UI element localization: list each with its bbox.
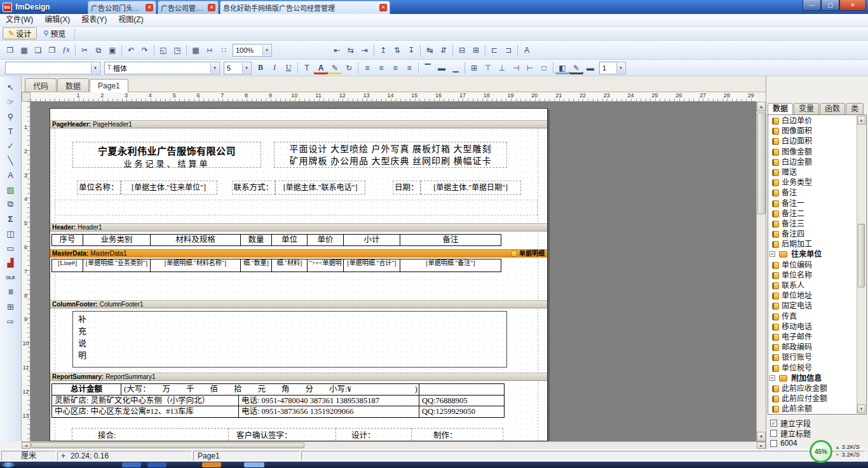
store-address[interactable]: 中心区店: 中心区东龙公寓#12、#13车库 <box>51 406 239 418</box>
send-back-button[interactable]: ◳ <box>170 44 184 57</box>
field-item[interactable]: 固定电话 <box>769 301 857 311</box>
same-width-button[interactable]: ⊏ <box>487 44 501 57</box>
picture-tool[interactable]: ▨ <box>3 182 18 196</box>
group-item-extra[interactable]: 附加信息 <box>769 373 857 383</box>
tab-page1[interactable]: Page1 <box>90 79 128 92</box>
close-button[interactable]: ✕ <box>839 0 866 11</box>
field-expression[interactable]: [单据主体."单据日期"] <box>421 181 521 195</box>
border-none-button[interactable]: □ <box>537 62 551 74</box>
field-item[interactable]: 备注一 <box>769 198 857 209</box>
store-phone[interactable]: 电话: 0951-4780040 387361 13895385187 <box>238 395 419 407</box>
rotate-text-button[interactable]: ↻ <box>342 62 356 74</box>
line-color-button[interactable]: ✎ <box>569 62 583 74</box>
taskbar-item[interactable] <box>244 462 264 467</box>
separator[interactable] <box>551 62 555 74</box>
data-field[interactable]: [单据明细."合计"] <box>343 259 400 272</box>
richtext-tool[interactable]: A <box>3 168 18 182</box>
sum-tool[interactable]: Σ <box>3 212 18 226</box>
field-item[interactable]: 传真 <box>769 312 857 322</box>
data-field[interactable]: [单据明细."业务类别"] <box>83 259 151 272</box>
align-text-center-button[interactable]: ≡ <box>374 62 388 74</box>
tab-close-icon[interactable]: ✕ <box>208 4 215 11</box>
company-title-object[interactable]: 宁夏永利伟业广告服饰有限公司 业务记录、结算单 <box>72 142 261 168</box>
line-width-select[interactable]: 1 <box>599 62 626 74</box>
field-item[interactable]: 联系人 <box>769 280 857 291</box>
canvas-horizontal-scrollbar[interactable]: ◄ ► <box>22 441 766 449</box>
separator[interactable] <box>483 45 487 56</box>
bold-button[interactable]: B <box>254 62 268 74</box>
border-left-button[interactable]: ⊣ <box>509 62 523 74</box>
checkbox[interactable] <box>770 440 777 447</box>
separator[interactable] <box>152 45 156 56</box>
field-item[interactable]: 赠送 <box>769 167 857 177</box>
separator[interactable] <box>451 45 455 56</box>
column-header[interactable]: 序号 <box>51 234 83 246</box>
border-right-button[interactable]: ⊢ <box>523 62 537 74</box>
separator[interactable] <box>463 62 467 74</box>
field-item[interactable]: 移动电话 <box>769 322 857 332</box>
data-field[interactable]: 细."材料] <box>271 259 308 272</box>
tab-preview[interactable]: ⚲ 预览 <box>38 27 71 39</box>
checkbox-item[interactable]: ✓建立字段 <box>770 418 865 428</box>
field-label[interactable]: 单位名称： <box>77 181 121 195</box>
field-item[interactable]: 业务类型 <box>769 177 857 188</box>
background-tab[interactable]: 息化好助手网络版广告公司经营管理✕ <box>220 1 390 14</box>
field-item[interactable]: 银行账号 <box>769 352 857 362</box>
underline-button[interactable]: U <box>281 62 295 74</box>
font-tool-button[interactable]: A <box>520 44 534 57</box>
field-item[interactable]: 白边单价 <box>769 116 857 126</box>
separator[interactable] <box>119 45 124 56</box>
signature-cell[interactable]: 设计： <box>336 428 412 441</box>
align-text-justify-button[interactable]: ≡ <box>402 62 416 74</box>
align-right-button[interactable]: ⇥ <box>358 44 372 57</box>
undo-button[interactable]: ↶ <box>124 44 138 57</box>
field-item[interactable]: 单位编码 <box>769 260 857 270</box>
separator[interactable] <box>372 45 376 56</box>
field-item[interactable]: 备注三 <box>769 219 857 229</box>
shape-tool[interactable]: ▭ <box>3 241 18 255</box>
signature-cell[interactable]: 接合: <box>72 428 229 441</box>
collapse-icon[interactable] <box>770 375 775 381</box>
zoom-tool[interactable]: ⚲ <box>3 109 18 123</box>
align-text-left-button[interactable]: ≡ <box>360 62 374 74</box>
border-all-button[interactable]: ⊞ <box>467 62 481 74</box>
export-tool[interactable]: ⇨ <box>3 314 18 328</box>
maximize-button[interactable]: ▢ <box>821 0 839 11</box>
font-button[interactable]: T <box>300 62 314 74</box>
zoom-select[interactable]: 100% <box>233 44 272 57</box>
separator[interactable] <box>184 45 189 56</box>
collapse-icon[interactable] <box>770 251 775 257</box>
separator[interactable] <box>295 62 300 74</box>
panel-tab[interactable]: 函数 <box>820 103 845 114</box>
ole-tool[interactable]: OLE <box>3 270 18 284</box>
menu-item[interactable]: 编辑(X) <box>39 14 76 26</box>
valign-bottom-button[interactable]: ▁ <box>449 62 463 74</box>
separator[interactable] <box>356 62 360 74</box>
canvas-vertical-scrollbar[interactable]: ▲ ▼ <box>756 102 766 441</box>
field-item[interactable]: 后期加工 <box>769 239 857 249</box>
field-item[interactable]: 白边金额 <box>769 157 857 167</box>
tab-design[interactable]: ✎ 设计 <box>3 27 37 39</box>
center-v-page-button[interactable]: ⊞ <box>469 44 483 57</box>
taskbar-item[interactable] <box>147 462 166 467</box>
fill-color-button[interactable]: ◧ <box>555 62 569 74</box>
scroll-right-icon[interactable]: ► <box>757 442 766 449</box>
store-phone[interactable]: 电话: 0951-3873656 13519209066 <box>238 406 419 418</box>
checkbox[interactable] <box>770 430 777 437</box>
band-pageheader[interactable]: PageHeader: PageHeader1 <box>50 120 547 128</box>
valign-top-button[interactable]: ▔ <box>421 62 435 74</box>
data-field[interactable]: [单据明细."材料名称"] <box>150 259 241 272</box>
chart-tool[interactable]: ▟ <box>3 256 18 270</box>
background-tab[interactable]: 广告公司门头制作_广告公司门头图…✕ <box>88 1 156 14</box>
data-field[interactable]: ">+<单据明 <box>307 259 344 272</box>
scrollbar-thumb[interactable] <box>858 224 865 287</box>
scrollbar-thumb[interactable] <box>31 443 304 448</box>
menu-item[interactable]: 文件(W) <box>0 14 39 26</box>
align-bottom-button[interactable]: ↧ <box>404 44 418 57</box>
store-address[interactable]: 灵新矿店: 灵新矿文化中心东侧（小学向北） <box>51 395 239 407</box>
band-columnfooter[interactable]: ColumnFooter: ColumnFooter1 <box>50 300 547 308</box>
column-header[interactable]: 数量 <box>240 234 272 246</box>
align-left-button[interactable]: ⇤ <box>330 44 344 57</box>
border-top-button[interactable]: ⊤ <box>481 62 495 74</box>
redo-button[interactable]: ↷ <box>138 44 152 57</box>
